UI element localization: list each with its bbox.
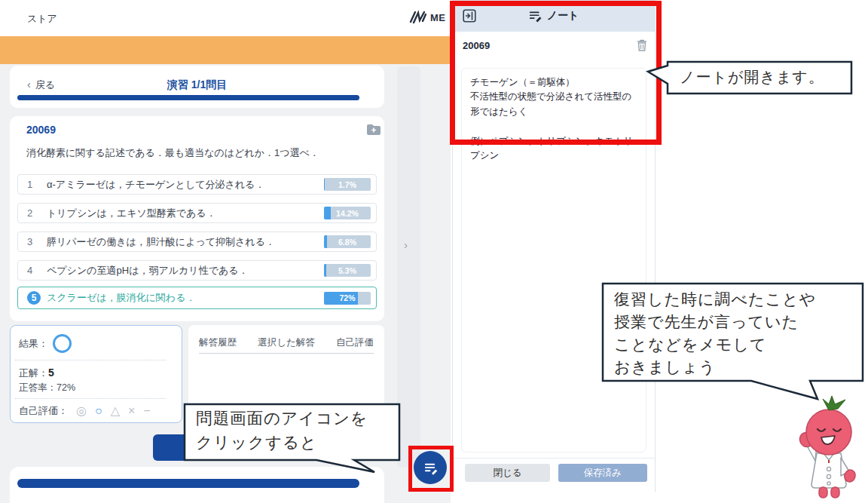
- option-5-selected[interactable]: 5 スクラーゼは，膜消化に関わる． 72%: [17, 287, 377, 309]
- top-nav-bar: ストア ME: [0, 0, 868, 36]
- option-2-text: トリプシンは，エキソ型酵素である．: [47, 207, 324, 220]
- correct-answer-row: 正解：5: [19, 367, 54, 380]
- tomato-character-illustration: [790, 394, 868, 501]
- callout-memo-tip-text: 復習した時に調べたことや 授業で先生が言っていた ことなどをメモして おきましょ…: [614, 288, 816, 379]
- question-stem: 消化酵素に関する記述である．最も適当なのはどれか．1つ選べ．: [26, 146, 365, 160]
- option-2[interactable]: 2 トリプシンは，エキソ型酵素である． 14.2%: [17, 203, 377, 223]
- question-id: 20069: [26, 124, 56, 136]
- eval-dash-icon[interactable]: −: [143, 404, 150, 418]
- store-link[interactable]: ストア: [27, 12, 57, 26]
- option-1-text: α-アミラーゼは，チモーゲンとして分泌される．: [47, 178, 324, 192]
- app-logo: ME: [409, 10, 446, 25]
- logo-zigzag-icon: [409, 10, 427, 25]
- exercise-progress-bar: [17, 95, 359, 100]
- option-5-percent-bar: 72%: [324, 292, 371, 305]
- folder-plus-icon: [366, 123, 381, 136]
- option-3-number: 3: [27, 236, 47, 247]
- option-1[interactable]: 1 α-アミラーゼは，チモーゲンとして分泌される． 1.7%: [17, 174, 377, 195]
- chevron-right-icon: ›: [404, 238, 408, 251]
- divider: [15, 398, 166, 399]
- callout-memo-tip: 復習した時に調べたことや 授業で先生が言っていた ことなどをメモして おきましょ…: [601, 282, 866, 404]
- option-4-text: ペプシンの至適pHは，弱アルカリ性である．: [47, 264, 324, 278]
- option-3-percent-bar: 6.8%: [324, 235, 371, 248]
- result-correct-circle-icon: [53, 334, 72, 353]
- logo-text: ME: [430, 12, 446, 23]
- self-eval-label: 自己評価：: [19, 404, 68, 418]
- close-note-button[interactable]: 閉じる: [465, 464, 550, 482]
- divider: [452, 458, 656, 459]
- eval-cross-icon[interactable]: ×: [128, 404, 135, 418]
- eval-double-circle-icon[interactable]: ◎: [76, 403, 87, 418]
- correct-rate-row: 正答率：72%: [19, 382, 75, 394]
- option-3[interactable]: 3 膵リパーゼの働きは，胆汁酸によって抑制される． 6.8%: [17, 232, 377, 252]
- callout-note-opens-text: ノートが開きます。: [680, 67, 824, 87]
- option-1-percent-bar: 1.7%: [324, 178, 371, 191]
- red-highlight-note-panel: [450, 1, 662, 145]
- banner: [0, 36, 451, 64]
- option-2-percent-bar: 14.2%: [324, 207, 371, 219]
- option-4-number: 4: [27, 265, 47, 276]
- exercise-title: 演習 1/1問目: [10, 78, 384, 92]
- result-row: 結果：: [19, 334, 72, 353]
- history-header-3: 自己評価: [336, 336, 374, 349]
- option-4-percent-bar: 5.3%: [324, 264, 371, 277]
- tomato-mascot: [790, 394, 868, 503]
- option-5-number-badge: 5: [27, 291, 41, 305]
- open-note-fab[interactable]: [414, 451, 447, 484]
- eval-triangle-icon[interactable]: △: [111, 403, 120, 418]
- correct-rate-value: 72%: [57, 382, 75, 393]
- callout-click-icon: 問題画面のアイコンを クリックすると: [183, 403, 418, 475]
- divider: [199, 353, 374, 354]
- note-pencil-icon: [423, 461, 438, 475]
- callout-click-icon-text: 問題画面のアイコンを クリックすると: [196, 406, 368, 455]
- option-2-number: 2: [27, 207, 47, 219]
- correct-answer-value: 5: [48, 367, 54, 379]
- self-eval-row: 自己評価： ◎ ○ △ × −: [19, 403, 151, 418]
- bottom-progress-bar: [17, 479, 359, 488]
- option-4[interactable]: 4 ペプシンの至適pHは，弱アルカリ性である． 5.3%: [17, 260, 377, 281]
- callout-note-opens: ノートが開きます。: [645, 59, 856, 98]
- eval-circle-icon[interactable]: ○: [95, 404, 102, 418]
- option-5-text: スクラーゼは，膜消化に関わる．: [47, 291, 324, 305]
- add-to-folder-button[interactable]: [366, 123, 381, 136]
- history-header-1: 解答履歴: [199, 336, 237, 349]
- history-header-2: 選択した解答: [258, 336, 315, 349]
- option-3-text: 膵リパーゼの働きは，胆汁酸によって抑制される．: [47, 235, 324, 249]
- result-label: 結果：: [19, 337, 48, 351]
- save-note-button[interactable]: 保存済み: [558, 464, 647, 482]
- divider: [15, 360, 166, 360]
- history-headers: 解答履歴 選択した解答 自己評価: [199, 336, 374, 349]
- option-1-number: 1: [27, 179, 47, 190]
